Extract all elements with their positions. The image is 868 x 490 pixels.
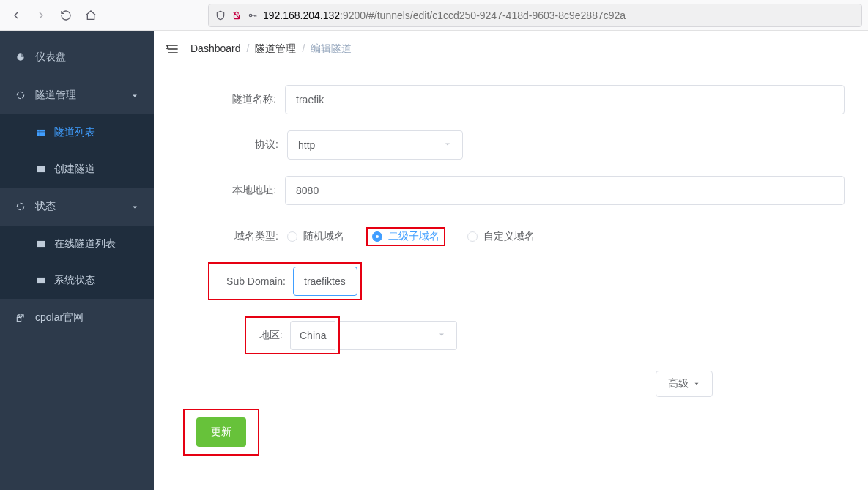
tunnel-name-input[interactable]	[285, 85, 845, 114]
table-icon	[35, 164, 47, 174]
sidebar-item-create-tunnel[interactable]: 创建隧道	[0, 151, 154, 188]
loader-icon	[15, 201, 26, 212]
sidebar-item-label: 创建隧道	[54, 163, 95, 176]
chevron-down-icon	[437, 330, 446, 341]
breadcrumb-dashboard[interactable]: Dashboard	[190, 42, 241, 56]
sidebar-item-online-tunnels[interactable]: 在线隧道列表	[0, 226, 154, 262]
shield-icon	[215, 10, 226, 21]
highlight-box: 地区: China	[245, 316, 340, 354]
protocol-value: http	[298, 139, 315, 151]
svg-rect-3	[37, 130, 45, 136]
sidebar-item-system-status[interactable]: 系统状态	[0, 262, 154, 299]
advanced-label: 高级	[668, 377, 689, 390]
region-label: 地区:	[249, 329, 283, 342]
highlight-box: 更新	[183, 409, 259, 456]
home-button[interactable]	[81, 5, 101, 26]
table-icon	[35, 239, 47, 249]
breadcrumb-current: 编辑隧道	[311, 42, 352, 56]
region-select[interactable]	[340, 321, 457, 350]
sidebar-item-label: 系统状态	[54, 274, 95, 287]
chevron-down-icon	[130, 202, 139, 211]
gauge-icon	[15, 52, 26, 62]
local-address-input[interactable]	[285, 176, 845, 205]
key-icon	[247, 10, 259, 21]
svg-rect-6	[37, 241, 45, 247]
url-path: :9200/#/tunnels/edit/c1ccd250-9247-418d-…	[340, 10, 626, 21]
region-value: China	[290, 321, 335, 350]
main-panel: Dashboard / 隧道管理 / 编辑隧道 隧道名称: 协议: http 本…	[154, 31, 868, 490]
local-address-label: 本地地址:	[177, 184, 285, 197]
external-link-icon	[15, 313, 26, 323]
domain-type-custom-radio[interactable]: 自定义域名	[467, 227, 535, 246]
sidebar-item-tunnel-list[interactable]: 隧道列表	[0, 114, 154, 151]
domain-type-subdomain-radio[interactable]: 二级子域名	[372, 230, 439, 243]
collapse-menu-icon[interactable]	[166, 42, 180, 56]
sidebar-item-label: 仪表盘	[35, 51, 66, 64]
chevron-down-icon	[443, 139, 452, 151]
sidebar-item-label: 隧道管理	[35, 89, 76, 102]
caret-down-icon	[693, 380, 700, 387]
sub-domain-label: Sub Domain:	[212, 275, 286, 287]
topbar: Dashboard / 隧道管理 / 编辑隧道	[154, 31, 868, 67]
table-icon	[35, 127, 47, 138]
edit-tunnel-form: 隧道名称: 协议: http 本地地址: 域名类型: 随机域名	[154, 67, 868, 473]
loader-icon	[15, 90, 26, 100]
domain-type-random-radio[interactable]: 随机域名	[287, 227, 344, 246]
svg-point-5	[17, 203, 23, 209]
advanced-button[interactable]: 高级	[656, 371, 713, 397]
highlight-box: Sub Domain:	[208, 262, 362, 300]
sidebar-item-dashboard[interactable]: 仪表盘	[0, 38, 154, 76]
breadcrumb: Dashboard / 隧道管理 / 编辑隧道	[190, 42, 352, 56]
radio-label: 随机域名	[303, 230, 344, 243]
svg-point-2	[17, 92, 23, 98]
radio-label: 二级子域名	[388, 230, 439, 243]
radio-label: 自定义域名	[483, 230, 535, 243]
reload-button[interactable]	[56, 5, 76, 26]
svg-point-1	[249, 14, 252, 17]
domain-type-label: 域名类型:	[177, 230, 287, 243]
highlight-box: 二级子域名	[366, 227, 445, 246]
svg-rect-4	[37, 166, 45, 172]
sidebar-item-label: 状态	[35, 200, 56, 213]
chevron-down-icon	[130, 91, 139, 100]
url-host: 192.168.204.132	[263, 10, 340, 21]
sidebar-item-label: 隧道列表	[54, 126, 95, 139]
protocol-select[interactable]: http	[287, 130, 463, 160]
update-button[interactable]: 更新	[196, 417, 246, 447]
table-icon	[35, 275, 47, 286]
sidebar: 仪表盘 隧道管理 隧道列表 创建隧道 状态 在线隧道列表	[0, 31, 154, 490]
browser-toolbar: 192.168.204.132:9200/#/tunnels/edit/c1cc…	[0, 0, 868, 31]
sidebar-group-status[interactable]: 状态	[0, 188, 154, 226]
sidebar-group-tunnels[interactable]: 隧道管理	[0, 76, 154, 114]
sidebar-item-label: 在线隧道列表	[54, 237, 116, 250]
svg-rect-7	[37, 278, 45, 283]
protocol-label: 协议:	[177, 138, 287, 152]
forward-button[interactable]	[31, 5, 51, 26]
back-button[interactable]	[6, 5, 26, 26]
breadcrumb-tunnels[interactable]: 隧道管理	[255, 42, 296, 56]
tunnel-name-label: 隧道名称:	[177, 93, 285, 106]
address-bar[interactable]: 192.168.204.132:9200/#/tunnels/edit/c1cc…	[208, 4, 862, 27]
lock-slash-icon	[231, 10, 242, 21]
sidebar-item-cpolar-site[interactable]: cpolar官网	[0, 299, 154, 337]
sub-domain-input[interactable]	[293, 267, 357, 296]
sidebar-item-label: cpolar官网	[35, 311, 84, 324]
